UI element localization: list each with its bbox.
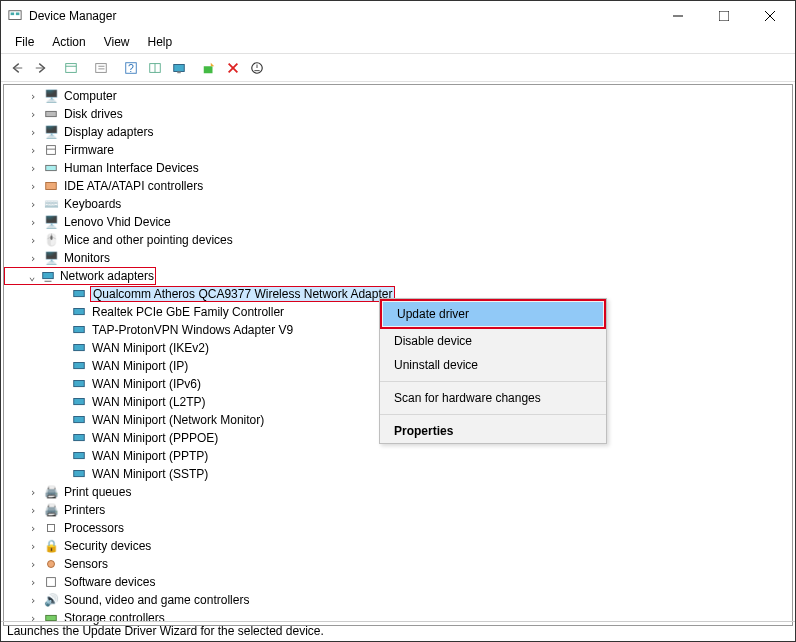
svg-rect-20 [204,66,213,73]
svg-rect-25 [47,146,56,155]
svg-point-43 [48,561,55,568]
forward-button[interactable] [29,57,53,79]
tree-item[interactable]: ›🖥️Computer [4,87,792,105]
tree-item[interactable]: ›🖨️Print queues [4,483,792,501]
menu-view[interactable]: View [96,33,138,51]
expand-icon[interactable]: › [26,162,40,175]
display-icon: 🖥️ [43,124,59,140]
expand-icon[interactable]: › [26,108,40,121]
tree-item[interactable]: ›🔒Security devices [4,537,792,555]
tree-item[interactable]: ›Processors [4,519,792,537]
tree-item[interactable]: ›Software devices [4,573,792,591]
expand-icon[interactable]: › [26,180,40,193]
expand-icon[interactable]: › [26,504,40,517]
svg-rect-33 [74,327,85,333]
svg-rect-4 [719,11,729,21]
svg-text:?: ? [128,61,134,73]
menu-file[interactable]: File [7,33,42,51]
tree-item[interactable]: ›🖥️Display adapters [4,123,792,141]
context-uninstall-device[interactable]: Uninstall device [380,353,606,377]
printer-icon: 🖨️ [43,502,59,518]
window-title: Device Manager [29,9,655,23]
app-icon [7,8,23,24]
svg-rect-45 [46,615,57,620]
uninstall-icon[interactable] [221,57,245,79]
svg-rect-32 [74,309,85,315]
expand-icon[interactable]: › [26,594,40,607]
expand-icon[interactable]: › [26,558,40,571]
tree-item[interactable]: WAN Miniport (SSTP) [4,465,792,483]
tree-item[interactable]: ›🖨️Printers [4,501,792,519]
context-sep [380,381,606,382]
network-icon [71,286,87,302]
expand-icon[interactable]: › [26,90,40,103]
monitor-icon: 🖥️ [43,250,59,266]
toolbar-icon-2[interactable] [89,57,113,79]
expand-icon[interactable]: › [26,126,40,139]
toolbar-icon-1[interactable] [59,57,83,79]
svg-rect-29 [43,273,54,279]
tree-item[interactable]: ›🔊Sound, video and game controllers [4,591,792,609]
disk-icon [43,106,59,122]
tree-item[interactable]: ›⌨️Keyboards [4,195,792,213]
minimize-button[interactable] [655,1,701,31]
context-disable-device[interactable]: Disable device [380,329,606,353]
tree-item[interactable]: ›Sensors [4,555,792,573]
statusbar: Launches the Update Driver Wizard for th… [1,621,795,641]
update-driver-icon[interactable] [197,57,221,79]
network-icon [71,340,87,356]
svg-rect-34 [74,345,85,351]
titlebar: Device Manager [1,1,795,31]
scan-hardware-icon[interactable] [167,57,191,79]
menu-action[interactable]: Action [44,33,93,51]
expand-icon[interactable]: › [26,198,40,211]
tree-item[interactable]: ›Disk drives [4,105,792,123]
disable-icon[interactable] [245,57,269,79]
network-icon [71,412,87,428]
svg-rect-27 [46,165,57,170]
network-icon [71,304,87,320]
context-properties[interactable]: Properties [380,419,606,443]
network-icon [71,466,87,482]
expand-icon[interactable]: › [26,540,40,553]
svg-rect-38 [74,417,85,423]
svg-rect-28 [46,183,57,190]
close-button[interactable] [747,1,793,31]
svg-rect-31 [74,291,85,297]
menu-help[interactable]: Help [140,33,181,51]
tree-item[interactable]: ›🖱️Mice and other pointing devices [4,231,792,249]
tree-item[interactable]: ›IDE ATA/ATAPI controllers [4,177,792,195]
expand-icon[interactable]: › [26,576,40,589]
network-icon [71,430,87,446]
tree-item-network-adapters[interactable]: ⌄ Network adapters [4,267,156,285]
network-icon [71,376,87,392]
collapse-icon[interactable]: ⌄ [26,270,38,283]
computer-icon: 🖥️ [43,88,59,104]
svg-rect-44 [47,578,56,587]
expand-icon[interactable]: › [26,144,40,157]
network-icon [71,322,87,338]
tree-item[interactable]: WAN Miniport (PPTP) [4,447,792,465]
expand-icon[interactable]: › [26,216,40,229]
sensor-icon [43,556,59,572]
svg-rect-24 [46,111,57,116]
help-icon[interactable]: ? [119,57,143,79]
expand-icon[interactable]: › [26,522,40,535]
tree-item[interactable]: ›Firmware [4,141,792,159]
tree-item[interactable]: ›🖥️Lenovo Vhid Device [4,213,792,231]
tree-item[interactable]: ›Human Interface Devices [4,159,792,177]
context-update-driver[interactable]: Update driver [383,302,603,326]
expand-icon[interactable]: › [26,234,40,247]
expand-icon[interactable]: › [26,486,40,499]
keyboard-icon: ⌨️ [43,196,59,212]
maximize-button[interactable] [701,1,747,31]
tree-item[interactable]: ›🖥️Monitors [4,249,792,267]
toolbar-icon-4[interactable] [143,57,167,79]
back-button[interactable] [5,57,29,79]
mouse-icon: 🖱️ [43,232,59,248]
context-scan-hardware[interactable]: Scan for hardware changes [380,386,606,410]
svg-rect-36 [74,381,85,387]
expand-icon[interactable]: › [26,252,40,265]
svg-rect-18 [174,64,185,71]
svg-rect-19 [177,71,181,73]
